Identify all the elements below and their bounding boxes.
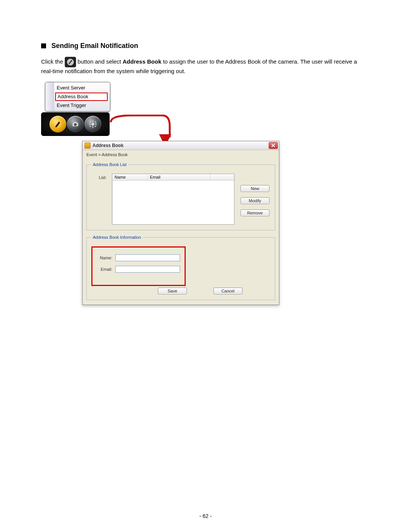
close-icon — [271, 144, 275, 147]
group-legend-list: Address Book List — [91, 162, 128, 167]
context-menu: Event Server Address Book Event Trigger — [45, 82, 110, 112]
camera-icon — [71, 120, 80, 128]
list-side-buttons: New Modify Remove — [240, 174, 270, 216]
figure-container: Event Server Address Book Event Trigger — [41, 82, 370, 303]
info-highlight-box: Name: Email: — [91, 246, 186, 286]
toolbar-icon-strip — [41, 112, 110, 136]
page-number: - 62 - — [0, 513, 411, 519]
name-label: Name: — [97, 256, 112, 260]
menu-item-event-trigger[interactable]: Event Trigger — [45, 101, 110, 110]
table-header: Name Email — [112, 174, 234, 181]
address-book-dialog: Address Book Event > Address Book Addres… — [82, 141, 279, 305]
modify-button[interactable]: Modify — [241, 197, 269, 204]
svg-rect-11 — [95, 125, 97, 127]
svg-rect-9 — [95, 124, 97, 125]
svg-rect-10 — [89, 121, 91, 123]
new-button[interactable]: New — [241, 185, 269, 192]
intro-text-1: Click the — [41, 58, 65, 65]
svg-point-3 — [74, 123, 76, 126]
svg-rect-6 — [92, 120, 93, 122]
heading-text: Sending Email Notification — [51, 42, 138, 50]
app-icon — [84, 142, 91, 149]
table-body[interactable] — [112, 181, 234, 224]
column-email[interactable]: Email — [148, 174, 210, 180]
svg-rect-13 — [95, 121, 97, 123]
address-book-info-group: Address Book Information Name: Email: Sa… — [86, 235, 275, 300]
dialog-titlebar: Address Book — [83, 141, 279, 150]
pen-icon — [53, 120, 62, 129]
intro-paragraph: Click the button and select Address Book… — [41, 57, 370, 75]
dialog-bottom-buttons: Save Cancel — [91, 286, 270, 294]
pen-icon-inline — [65, 57, 76, 67]
svg-rect-4 — [74, 122, 76, 123]
pen-tool-button[interactable] — [49, 116, 66, 133]
svg-rect-12 — [89, 125, 91, 127]
svg-rect-7 — [92, 126, 93, 128]
email-label: Email: — [97, 267, 112, 272]
email-input[interactable] — [115, 266, 180, 273]
dialog-title: Address Book — [92, 143, 123, 148]
svg-point-5 — [91, 123, 94, 126]
list-label: List: — [91, 174, 107, 180]
intro-text-2: button and select — [78, 58, 123, 65]
address-book-table[interactable]: Name Email — [112, 174, 234, 225]
menu-item-address-book[interactable]: Address Book — [55, 93, 108, 101]
menu-item-event-server[interactable]: Event Server — [45, 84, 110, 92]
remove-button[interactable]: Remove — [241, 209, 269, 216]
section-heading: Sending Email Notification — [41, 42, 370, 50]
group-legend-info: Address Book Information — [91, 235, 143, 240]
save-button[interactable]: Save — [158, 288, 187, 294]
pen-icon — [65, 57, 76, 67]
name-input[interactable] — [115, 254, 180, 261]
column-spacer — [210, 174, 234, 180]
camera-tool-button[interactable] — [67, 116, 84, 133]
cancel-button[interactable]: Cancel — [213, 288, 242, 294]
address-book-list-group: Address Book List List: Name Email New M… — [86, 162, 275, 230]
settings-tool-button[interactable] — [84, 116, 101, 133]
svg-rect-8 — [89, 124, 91, 125]
intro-bold-address-book: Address Book — [123, 58, 161, 65]
heading-bullet-icon — [41, 43, 46, 48]
gear-icon — [89, 120, 97, 128]
close-button[interactable] — [269, 142, 278, 149]
column-name[interactable]: Name — [112, 174, 148, 180]
breadcrumb: Event > Address Book — [83, 150, 279, 158]
